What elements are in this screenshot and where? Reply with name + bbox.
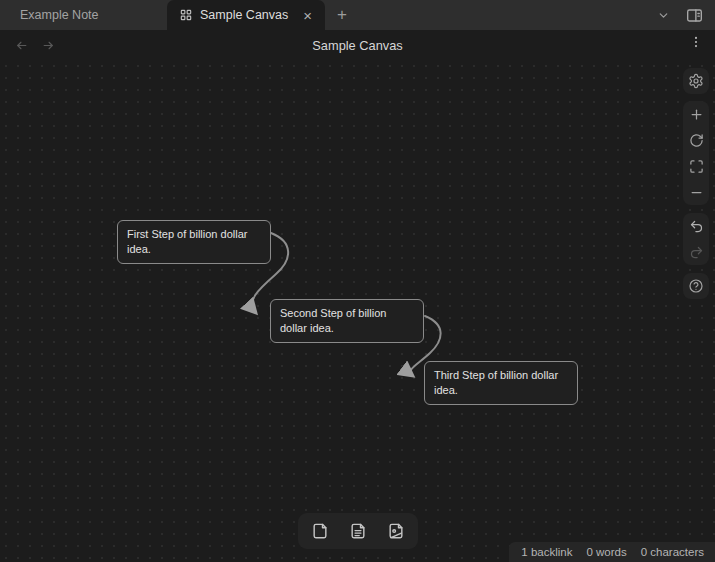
tab-bar: Example Note Sample Canvas × + [0, 0, 715, 30]
word-count: 0 words [586, 546, 626, 558]
chevron-down-icon[interactable] [657, 9, 670, 22]
create-card-button[interactable] [303, 517, 337, 545]
card-text-line: idea. [127, 242, 261, 257]
undo-button[interactable] [683, 213, 709, 239]
right-sidebar-toggle-icon[interactable] [686, 8, 703, 23]
add-note-from-vault-button[interactable] [341, 517, 375, 545]
more-options-icon[interactable] [689, 34, 703, 50]
canvas-card-first-step[interactable]: First Step of billion dollar idea. [117, 220, 271, 264]
new-tab-button[interactable]: + [325, 0, 359, 30]
forward-arrow-icon[interactable] [41, 39, 56, 52]
zoom-in-button[interactable] [683, 101, 709, 127]
card-text-line: First Step of billion dollar [127, 227, 261, 242]
page-title: Sample Canvas [0, 38, 715, 53]
canvas-settings-button[interactable] [683, 68, 709, 94]
zoom-to-fit-button[interactable] [683, 153, 709, 179]
canvas-grid-icon [179, 8, 193, 22]
add-media-from-vault-button[interactable] [379, 517, 413, 545]
card-text-line: Second Step of billion [280, 306, 414, 321]
reset-zoom-button[interactable] [683, 127, 709, 153]
canvas-surface[interactable]: First Step of billion dollar idea. Secon… [0, 60, 715, 562]
canvas-card-second-step[interactable]: Second Step of billion dollar idea. [270, 299, 424, 343]
minus-icon [689, 185, 704, 200]
tab-example-note[interactable]: Example Note [0, 0, 167, 30]
file-image-icon [386, 521, 406, 541]
redo-icon [689, 245, 704, 260]
undo-icon [689, 219, 704, 234]
help-circle-icon [688, 278, 704, 294]
card-text-line: idea. [434, 383, 568, 398]
gear-icon [688, 73, 704, 89]
maximize-fit-icon [689, 159, 704, 174]
card-text-line: Third Step of billion dollar [434, 368, 568, 383]
plus-icon [689, 107, 704, 122]
tab-sample-canvas[interactable]: Sample Canvas × [167, 0, 325, 30]
file-text-icon [348, 521, 368, 541]
canvas-bottom-toolbar [298, 513, 418, 549]
help-button[interactable] [683, 273, 709, 299]
back-arrow-icon[interactable] [14, 39, 29, 52]
rotate-reset-icon [689, 133, 704, 148]
zoom-out-button[interactable] [683, 179, 709, 205]
backlink-count[interactable]: 1 backlink [521, 546, 572, 558]
redo-button[interactable] [683, 239, 709, 265]
canvas-card-third-step[interactable]: Third Step of billion dollar idea. [424, 361, 578, 405]
tab-label: Sample Canvas [200, 8, 288, 22]
status-bar: 1 backlink 0 words 0 characters [509, 542, 715, 562]
view-header: Sample Canvas [0, 30, 715, 60]
blank-card-icon [310, 521, 330, 541]
tab-label: Example Note [20, 8, 99, 22]
close-tab-icon[interactable]: × [300, 7, 315, 24]
card-text-line: dollar idea. [280, 321, 414, 336]
character-count: 0 characters [641, 546, 704, 558]
